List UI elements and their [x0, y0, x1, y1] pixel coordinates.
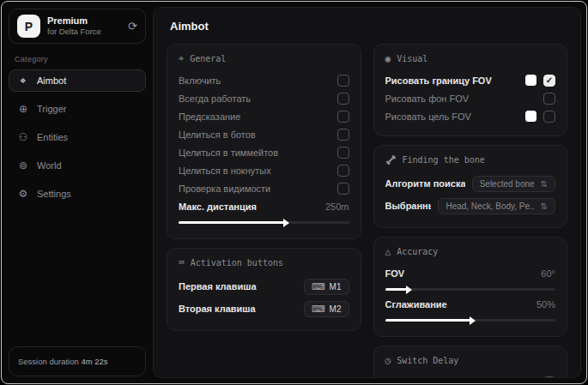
general-card: ⌖ General Включить Всегда работать Предс… [167, 44, 361, 239]
first-key-row: Первая клавиша ⌨ M1 [179, 275, 349, 298]
checkbox[interactable] [543, 376, 555, 379]
general-card-header: ⌖ General [179, 53, 349, 64]
color-swatch[interactable] [525, 111, 536, 122]
slider-fill [385, 288, 408, 291]
controls [543, 93, 555, 105]
slider-fill [179, 221, 284, 224]
checkbox[interactable] [337, 93, 349, 105]
select-value: Head, Neck, Body, Pe.. [446, 202, 534, 211]
sidebar-item-settings[interactable]: ⚙ Settings [9, 183, 146, 205]
sidebar: P Premium for Delta Force ⟳ Category ⌖ A… [2, 2, 153, 383]
max-distance-slider[interactable] [179, 221, 349, 224]
fov-row: FOV 60° [385, 264, 556, 282]
sidebar-item-label: Aimbot [37, 75, 66, 86]
columns: ⌖ General Включить Всегда работать Предс… [167, 44, 567, 378]
selected-bones-row: Выбранные кос Head, Neck, Body, Pe.. ⇅ [385, 195, 556, 217]
session-duration-label: Session duration [18, 357, 79, 366]
card-title: Switch Delay [397, 356, 458, 365]
category-label: Category [15, 55, 140, 63]
sidebar-item-world[interactable]: ⊚ World [9, 154, 146, 177]
second-key-row: Вторая клавиша ⌨ M2 [179, 298, 349, 320]
card-title: General [190, 54, 226, 63]
visual-card-header: ◉ Visual [385, 53, 556, 64]
checkbox[interactable] [543, 93, 555, 105]
stopwatch-icon: ◷ [385, 355, 391, 366]
main-panel: Aimbot ⌖ General Включить Всегда работат… [153, 7, 581, 378]
second-key-bind-button[interactable]: ⌨ M2 [304, 301, 349, 317]
smoothing-value: 50% [536, 299, 555, 310]
controls [525, 111, 555, 123]
crosshair-icon: ⌖ [17, 75, 29, 87]
globe-icon: ⊚ [17, 159, 29, 171]
license-card: P Premium for Delta Force ⟳ [9, 9, 146, 44]
checkbox[interactable] [543, 111, 555, 123]
license-game: for Delta Force [47, 27, 101, 37]
card-title: Accuracy [397, 247, 438, 256]
always-work-row: Всегда работать [179, 89, 349, 107]
slider-fill [385, 319, 470, 322]
keybind-value: M2 [330, 304, 342, 314]
accuracy-card: △ Accuracy FOV 60° Сглаживание 50% [373, 237, 568, 337]
gear-icon: ⚙ [17, 188, 29, 200]
checkbox[interactable] [337, 147, 349, 159]
checkbox[interactable] [337, 183, 349, 195]
checkbox[interactable] [337, 75, 349, 87]
smoothing-slider[interactable] [385, 319, 556, 322]
card-title: Activation buttons [191, 258, 283, 268]
chevrons-up-down-icon: ⇅ [541, 202, 548, 211]
max-distance-value: 250m [325, 202, 349, 212]
right-column: ◉ Visual Рисовать границу FOV ✓ Рисовать… [373, 44, 568, 378]
card-title: Finding the bone [403, 155, 485, 165]
max-distance-row: Макс. дистанция 250m [179, 197, 349, 215]
keyboard-icon: ⌨ [312, 304, 325, 315]
card-title: Visual [397, 54, 427, 63]
keybind-value: M1 [330, 282, 342, 292]
page-title: Aimbot [170, 20, 567, 33]
target-knocked-row: Целиться в нокнутых [179, 161, 349, 179]
select-value: Selected bone [480, 179, 535, 189]
sidebar-item-trigger[interactable]: ⊕ Trigger [9, 98, 146, 120]
session-duration-box: Session duration 4m 22s [9, 346, 146, 376]
selected-bones-select[interactable]: Head, Neck, Body, Pe.. ⇅ [438, 198, 555, 214]
smoothing-row: Сглаживание 50% [385, 295, 556, 313]
accuracy-card-header: △ Accuracy [385, 246, 556, 257]
checkbox[interactable]: ✓ [543, 75, 555, 87]
controls: ✓ [525, 75, 555, 87]
first-key-bind-button[interactable]: ⌨ M1 [304, 279, 349, 295]
eye-icon: ◉ [385, 53, 391, 64]
entities-icon: ⚇ [17, 131, 29, 143]
bone-algorithm-select[interactable]: Selected bone ⇅ [472, 176, 555, 192]
finding-bone-card: Finding the bone Алгоритм поиска кост Se… [373, 145, 568, 228]
fov-slider[interactable] [385, 288, 556, 291]
sidebar-item-label: Trigger [37, 104, 66, 114]
keyboard-icon: ⌨ [179, 257, 185, 268]
app-logo: P [17, 15, 40, 38]
checkbox[interactable] [337, 165, 349, 177]
sidebar-item-aimbot[interactable]: ⌖ Aimbot [9, 69, 146, 92]
visibility-check-row: Проверка видимости [179, 179, 349, 197]
visual-card: ◉ Visual Рисовать границу FOV ✓ Рисовать… [373, 44, 568, 136]
triangle-icon: △ [385, 246, 391, 257]
checkbox[interactable] [337, 129, 349, 141]
refresh-icon[interactable]: ⟳ [128, 20, 137, 33]
fov-border-row: Рисовать границу FOV ✓ [385, 71, 556, 89]
target-teammates-row: Целиться в тиммейтов [179, 143, 349, 161]
enable-row: Включить [179, 71, 349, 89]
fov-target-row: Рисовать цель FOV [385, 107, 556, 125]
switch-delay-toggle-row: Задержка переключения [385, 373, 556, 378]
switch-delay-card-header: ◷ Switch Delay [385, 355, 556, 366]
activation-buttons-card: ⌨ Activation buttons Первая клавиша ⌨ M1… [167, 248, 361, 331]
sidebar-item-label: Entities [37, 132, 68, 142]
checkbox[interactable] [337, 111, 349, 123]
license-tier: Premium [47, 15, 101, 27]
session-duration-value: 4m 22s [81, 357, 107, 366]
color-swatch[interactable] [525, 75, 536, 86]
sidebar-item-entities[interactable]: ⚇ Entities [9, 126, 146, 148]
left-column: ⌖ General Включить Всегда работать Предс… [167, 44, 361, 331]
bone-card-header: Finding the bone [385, 154, 556, 165]
keyboard-icon: ⌨ [312, 281, 325, 292]
bone-icon [385, 154, 397, 165]
target-bots-row: Целиться в ботов [179, 125, 349, 143]
fov-background-row: Рисовать фон FOV [385, 89, 556, 107]
sidebar-item-label: World [37, 160, 62, 171]
